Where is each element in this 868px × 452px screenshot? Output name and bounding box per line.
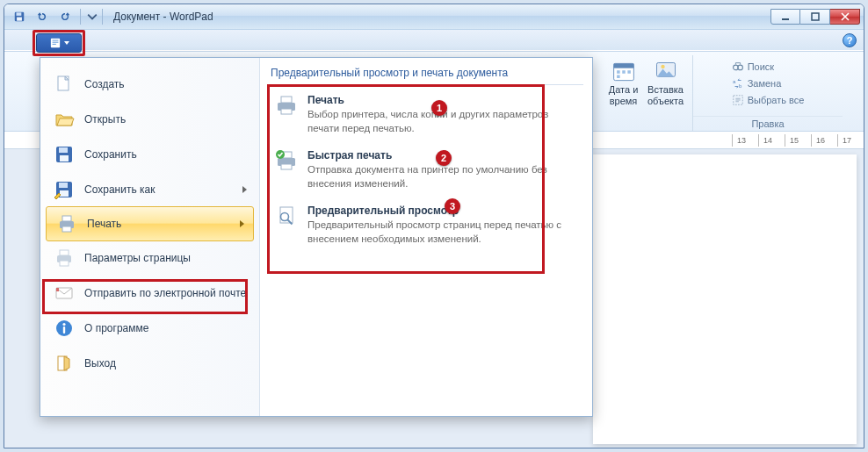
qat-redo-button[interactable]: [55, 8, 75, 25]
find-button[interactable]: Поиск: [728, 59, 808, 75]
binoculars-icon: [732, 61, 744, 73]
ruler-marks: 13 14 15 16 17: [732, 133, 857, 147]
menu-item-label: Параметры страницы: [84, 252, 247, 264]
email-icon: [54, 283, 75, 304]
svg-text:b: b: [739, 83, 742, 89]
menu-item-label: Выход: [84, 357, 247, 369]
maximize-icon: [810, 12, 821, 21]
select-all-icon: [732, 94, 744, 106]
menu-item-label: Создать: [84, 78, 247, 90]
svg-rect-6: [52, 40, 58, 41]
chevron-right-icon: [242, 186, 247, 193]
insert-date-label: Дата и время: [609, 84, 639, 106]
chevron-right-icon: [240, 220, 244, 227]
minimize-icon: [780, 12, 791, 21]
printer-icon: [56, 213, 77, 234]
qat-undo-button[interactable]: [33, 8, 52, 25]
page-setup-icon: [54, 248, 75, 269]
menu-item-label: Сохранить: [84, 148, 247, 161]
ribbon-visible-groups: Дата и время Вставка объекта Поиск: [591, 52, 864, 131]
document-page[interactable]: [593, 154, 857, 444]
titlebar: Документ - WordPad: [4, 4, 864, 29]
menu-item-new[interactable]: Создать: [44, 67, 256, 102]
svg-point-38: [62, 323, 65, 326]
undo-icon: [36, 11, 48, 23]
print-preview-icon: [275, 204, 298, 227]
replace-button[interactable]: ab Замена: [728, 75, 808, 91]
submenu-item-desc: Предварительный просмотр страниц перед п…: [307, 219, 578, 246]
replace-icon: ab: [732, 77, 744, 90]
qat-save-button[interactable]: [10, 8, 29, 25]
ruler-mark: 15: [785, 136, 804, 145]
document-icon: [49, 38, 61, 48]
ruler-mark: 13: [732, 136, 751, 145]
menu-item-label: Открыть: [84, 113, 247, 126]
insert-object-label: Вставка объекта: [647, 84, 684, 106]
menu-item-open[interactable]: Открыть: [44, 102, 256, 137]
svg-rect-28: [60, 190, 69, 197]
svg-rect-33: [60, 250, 69, 255]
submenu-item-quick-print[interactable]: Быстрая печать Отправка документа на при…: [269, 140, 583, 196]
select-all-button[interactable]: Выбрать все: [728, 92, 808, 108]
menu-item-send-email[interactable]: Отправить по электронной почте: [44, 276, 256, 311]
find-label: Поиск: [748, 61, 774, 72]
quick-access-toolbar: [10, 8, 98, 25]
quick-print-icon: [275, 149, 298, 172]
svg-rect-4: [812, 13, 819, 20]
svg-point-16: [661, 65, 664, 68]
menu-item-exit[interactable]: Выход: [44, 346, 256, 381]
window-buttons: [770, 9, 860, 25]
menu-item-label: Печать: [87, 218, 231, 230]
ruler-mark: 16: [811, 136, 830, 145]
submenu-item-print[interactable]: Печать Выбор принтера, числа копий и дру…: [269, 85, 583, 140]
submenu-item-desc: Отправка документа на принтер по умолчан…: [307, 163, 578, 190]
menu-item-save[interactable]: Сохранить: [44, 137, 256, 172]
window-title: Документ - WordPad: [113, 11, 213, 23]
svg-rect-11: [617, 70, 620, 74]
ruler-mark: 17: [837, 136, 857, 145]
svg-rect-34: [60, 261, 69, 266]
svg-rect-13: [627, 70, 631, 74]
qat-customize-button[interactable]: [86, 8, 98, 25]
svg-rect-8: [52, 44, 55, 45]
svg-rect-36: [56, 288, 59, 291]
object-icon: [654, 60, 678, 84]
svg-rect-43: [281, 109, 292, 114]
minimize-button[interactable]: [770, 9, 800, 25]
maximize-button[interactable]: [800, 9, 830, 25]
qat-separator: [80, 9, 81, 25]
tutorial-callout-2: 2: [436, 150, 452, 166]
insert-object-button[interactable]: Вставка объекта: [647, 57, 685, 109]
menu-item-print[interactable]: Печать: [46, 206, 254, 241]
menu-item-save-as[interactable]: Сохранить как: [44, 172, 256, 207]
menu-item-about[interactable]: О программе: [44, 311, 256, 346]
svg-rect-14: [617, 75, 620, 79]
save-icon: [13, 11, 25, 23]
redo-icon: [59, 11, 71, 23]
save-as-icon: [54, 179, 75, 200]
ruler-mark: 14: [758, 136, 778, 145]
title-separator: [102, 9, 103, 25]
svg-rect-25: [60, 155, 69, 161]
info-icon: [54, 318, 75, 339]
printer-icon: [275, 94, 298, 117]
chevron-down-icon: [87, 11, 98, 23]
close-button[interactable]: [830, 9, 860, 25]
svg-rect-5: [50, 39, 59, 47]
menu-item-page-setup[interactable]: Параметры страницы: [44, 240, 256, 276]
svg-rect-30: [62, 216, 71, 221]
insert-date-button[interactable]: Дата и время: [604, 57, 643, 109]
svg-rect-3: [782, 18, 789, 20]
submenu-item-title: Предварительный просмотр: [307, 204, 578, 217]
svg-rect-24: [59, 147, 68, 153]
svg-rect-46: [281, 164, 292, 169]
submenu-item-preview[interactable]: Предварительный просмотр Предварительный…: [269, 196, 583, 251]
help-button[interactable]: ?: [843, 33, 857, 47]
menu-item-label: О программе: [84, 322, 247, 334]
ribbon-tabstrip: [4, 29, 864, 50]
new-file-icon: [54, 74, 75, 95]
replace-label: Замена: [748, 78, 782, 89]
ribbon-group-editing: Поиск ab Замена Выбрать все Правка: [693, 55, 843, 131]
app-menu-button[interactable]: [36, 33, 82, 53]
ribbon-group-insert: Дата и время Вставка объекта: [597, 55, 693, 131]
